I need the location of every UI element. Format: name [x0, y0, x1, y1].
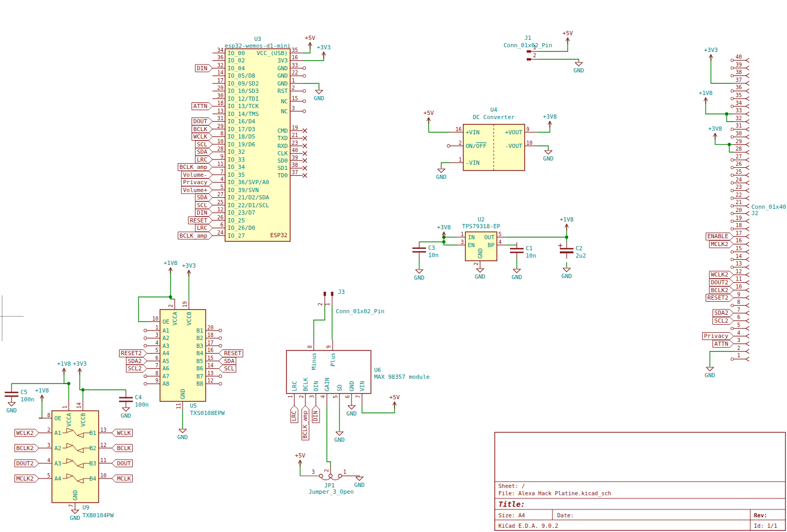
wire[interactable]: [171, 268, 175, 299]
hierarchical-label-SDA[interactable]: SDA: [195, 194, 212, 201]
power-symbol-GND[interactable]: GND: [512, 269, 522, 281]
power-symbol-+1V8[interactable]: +1V8: [560, 216, 574, 230]
power-symbol-GND[interactable]: GND: [475, 269, 485, 280]
wire[interactable]: [64, 368, 69, 384]
hierarchical-label-SDA[interactable]: SDA: [195, 148, 212, 156]
connector-J1[interactable]: 12J1Conn_01x02_Pin: [504, 35, 552, 60]
hierarchical-label-DIN[interactable]: DIN: [312, 406, 320, 423]
power-symbol-GND[interactable]: GND: [6, 402, 17, 414]
hierarchical-label-RESET2[interactable]: RESET2: [119, 350, 147, 357]
power-symbol-+1V8[interactable]: +1V8: [35, 387, 49, 401]
connector-J3[interactable]: 21J3Conn_01x02_Pin: [317, 289, 385, 315]
hierarchical-label-SDA2[interactable]: SDA2: [126, 357, 147, 365]
hierarchical-label-Volume+[interactable]: Volume+: [182, 186, 212, 194]
hierarchical-label-RESET[interactable]: RESET: [188, 217, 212, 224]
hierarchical-label-Volume-[interactable]: Volume-: [182, 171, 212, 178]
power-symbol-GND[interactable]: GND: [314, 90, 324, 102]
power-symbol-GND[interactable]: GND: [414, 270, 424, 281]
hierarchical-label-RESET[interactable]: RESET: [219, 350, 243, 357]
power-symbol-+5V[interactable]: +5V: [562, 30, 573, 44]
capacitor-C5[interactable]: C5100n: [5, 386, 35, 403]
symbol-U3[interactable]: U3esp32-wemos-d1-miniESP3234IO_0036IO_02…: [212, 36, 307, 241]
power-symbol-+3V3[interactable]: +3V3: [317, 44, 331, 58]
power-symbol-+5V[interactable]: +5V: [423, 110, 434, 124]
hierarchical-label-WCLK2[interactable]: WCLK2: [15, 429, 39, 437]
hierarchical-label-ATTN[interactable]: ATTN: [192, 103, 212, 110]
power-symbol-GND[interactable]: GND: [121, 408, 131, 419]
hierarchical-label-LRC[interactable]: LRC: [291, 406, 298, 423]
power-symbol-+5V[interactable]: +5V: [295, 452, 305, 466]
hierarchical-label-ATTN[interactable]: ATTN: [713, 340, 733, 347]
hierarchical-label-ENABLE[interactable]: ENABLE: [706, 233, 733, 240]
hierarchical-label-BCLK_amp[interactable]: BCLK_amp: [178, 164, 212, 171]
hierarchical-label-WCLK[interactable]: WCLK: [192, 133, 212, 141]
power-symbol-+3V3[interactable]: +3V3: [73, 360, 87, 375]
capacitor-C4[interactable]: C4100n: [119, 391, 149, 408]
hierarchical-label-SDA[interactable]: SDA: [219, 357, 236, 365]
hierarchical-label-SCL[interactable]: SCL: [195, 201, 212, 209]
wire[interactable]: [444, 232, 456, 245]
wire[interactable]: [538, 146, 548, 150]
symbol-U6[interactable]: U6MAX 98357 module8Minus9Plus1LRC2BCLK3D…: [286, 340, 430, 406]
jumper-JP1[interactable]: 312JP1Jumper_3_Open: [300, 466, 358, 495]
power-symbol-GND[interactable]: GND: [334, 432, 345, 443]
hierarchical-label-BCLK_amp[interactable]: BCLK_amp: [178, 232, 212, 239]
wire[interactable]: [358, 476, 359, 476]
symbol-U5[interactable]: U5TXS0108EPW10OE1A13A24A35A46A57A68A79A8…: [144, 299, 225, 417]
power-symbol-GND[interactable]: GND: [436, 169, 446, 180]
power-symbol-+3V3[interactable]: +3V3: [182, 262, 196, 276]
power-symbol-+1V8[interactable]: +1V8: [57, 360, 71, 375]
wire[interactable]: [715, 133, 733, 144]
wire[interactable]: [314, 306, 325, 340]
symbol-body[interactable]: [52, 411, 99, 503]
hierarchical-label-BCLK2[interactable]: BCLK2: [15, 444, 39, 452]
wire[interactable]: [441, 163, 450, 168]
hierarchical-label-MCLK2[interactable]: MCLK2: [709, 240, 733, 248]
hierarchical-label-MCLK[interactable]: MCLK: [112, 475, 132, 482]
power-symbol-+3V3[interactable]: +3V3: [704, 47, 718, 61]
wire[interactable]: [706, 98, 733, 114]
power-symbol-+3V8[interactable]: +3V8: [708, 125, 722, 140]
hierarchical-label-DOUT2[interactable]: DOUT2: [709, 279, 733, 286]
hierarchical-label-WCLK[interactable]: WCLK: [112, 429, 132, 437]
power-symbol-+1V8[interactable]: +1V8: [699, 90, 713, 104]
symbol-U2[interactable]: U2TPS79318-EP1IN3EN5OUT4BP2GND: [456, 216, 506, 269]
power-symbol-GND[interactable]: GND: [543, 151, 554, 162]
capacitor-C3[interactable]: C310n: [412, 242, 439, 259]
hierarchical-label-DOUT[interactable]: DOUT: [112, 460, 132, 467]
power-symbol-GND[interactable]: GND: [346, 406, 357, 417]
hierarchical-label-Privacy[interactable]: Privacy: [703, 333, 733, 340]
power-symbol-+5V[interactable]: +5V: [389, 394, 400, 408]
power-symbol-+1V8[interactable]: +1V8: [164, 260, 178, 274]
power-symbol-GND[interactable]: GND: [354, 477, 365, 488]
wire[interactable]: [303, 83, 319, 90]
power-symbol-+5V[interactable]: +5V: [305, 35, 315, 49]
hierarchical-label-BCLK2[interactable]: BCLK2: [709, 286, 733, 294]
connector-J2[interactable]: 4039383736353433323130292827262524232221…: [731, 54, 787, 361]
wire[interactable]: [327, 406, 331, 466]
hierarchical-label-Privacy[interactable]: Privacy: [182, 179, 212, 186]
wire[interactable]: [710, 352, 733, 367]
hierarchical-label-SCL2[interactable]: SCL2: [126, 365, 147, 373]
hierarchical-label-WCLK2[interactable]: WCLK2: [709, 271, 733, 279]
wire[interactable]: [362, 402, 395, 413]
hierarchical-label-SCL2[interactable]: SCL2: [713, 317, 733, 324]
hierarchical-label-DOUT[interactable]: DOUT: [192, 118, 212, 125]
power-symbol-GND[interactable]: GND: [70, 510, 80, 522]
hierarchical-label-BCLK_amp[interactable]: BCLK_amp: [302, 406, 309, 440]
hierarchical-label-SCL[interactable]: SCL: [219, 365, 236, 373]
hierarchical-label-SCL[interactable]: SCL: [195, 141, 212, 148]
hierarchical-label-SDA2[interactable]: SDA2: [713, 310, 733, 317]
symbol-U4[interactable]: U4DC Converter16+VIN2ON/OFF1-VIN9+VOUT10…: [447, 107, 538, 171]
capacitor-C2[interactable]: C22u2: [558, 242, 586, 259]
power-symbol-+3V8[interactable]: +3V8: [543, 113, 557, 127]
hierarchical-label-DIN[interactable]: DIN: [195, 209, 212, 217]
symbol-U9[interactable]: U9TXB0104PW8OE2A13A24A35A413B112B211B310…: [39, 400, 114, 519]
hierarchical-label-LRC[interactable]: LRC: [195, 225, 212, 232]
hierarchical-label-BCLK[interactable]: BCLK: [192, 125, 212, 133]
hierarchical-label-DOUT2[interactable]: DOUT2: [15, 460, 39, 467]
power-symbol-GND[interactable]: GND: [573, 62, 584, 74]
power-symbol-GND[interactable]: GND: [705, 367, 715, 379]
hierarchical-label-DIN[interactable]: DIN: [195, 65, 212, 72]
power-symbol-GND[interactable]: GND: [561, 268, 572, 280]
